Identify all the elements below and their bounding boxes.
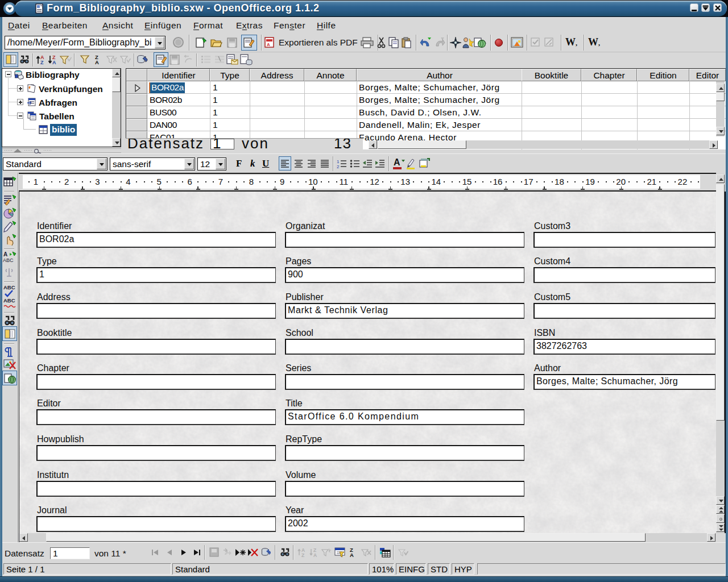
svg-text:1: 1: [337, 159, 340, 164]
svg-text:ABC: ABC: [3, 257, 14, 263]
svg-text:A: A: [267, 42, 270, 47]
svg-text:A: A: [350, 552, 354, 558]
svg-text:A: A: [3, 251, 7, 257]
svg-text:ABC: ABC: [3, 284, 15, 290]
svg-text:A: A: [95, 59, 99, 65]
svg-text:Z: Z: [301, 552, 304, 558]
svg-text:A: A: [313, 552, 317, 558]
svg-text:A: A: [52, 60, 56, 65]
svg-text:2: 2: [337, 164, 340, 169]
svg-text:Z: Z: [40, 60, 44, 65]
svg-text:ABC: ABC: [3, 297, 15, 304]
